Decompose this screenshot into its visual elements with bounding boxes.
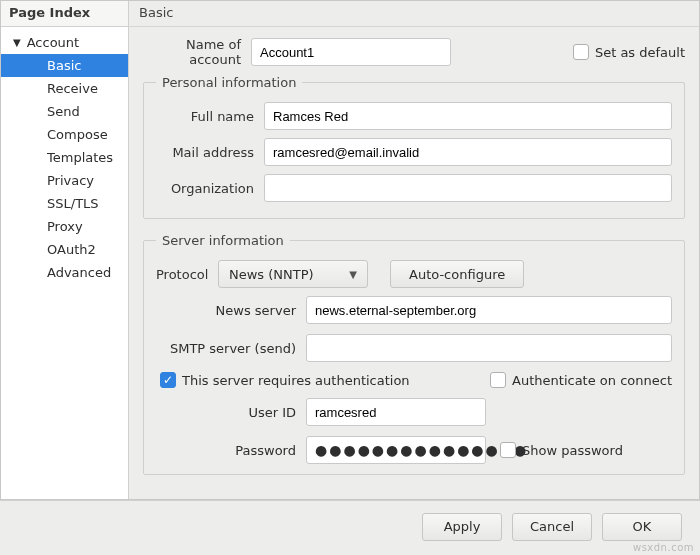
sidebar: Page Index ▼ Account BasicReceiveSendCom…	[1, 1, 129, 499]
requires-auth-label: This server requires authentication	[182, 373, 410, 388]
set-default-label: Set as default	[595, 45, 685, 60]
auth-on-connect-label: Authenticate on connect	[512, 373, 672, 388]
mail-address-input[interactable]	[264, 138, 672, 166]
apply-button[interactable]: Apply	[422, 513, 502, 541]
label-protocol: Protocol	[156, 267, 218, 282]
sidebar-item-privacy[interactable]: Privacy	[1, 169, 128, 192]
checkbox-icon	[500, 442, 516, 458]
sidebar-item-basic[interactable]: Basic	[1, 54, 128, 77]
sidebar-item-send[interactable]: Send	[1, 100, 128, 123]
sidebar-item-ssl-tls[interactable]: SSL/TLS	[1, 192, 128, 215]
label-account-name: Name of account	[143, 37, 251, 67]
personal-info-group: Personal information Full name Mail addr…	[143, 75, 685, 219]
smtp-server-input[interactable]	[306, 334, 672, 362]
organization-input[interactable]	[264, 174, 672, 202]
label-user-id: User ID	[156, 405, 306, 420]
server-info-group: Server information Protocol News (NNTP) …	[143, 233, 685, 475]
show-password-label: Show password	[522, 443, 623, 458]
sidebar-item-oauth2[interactable]: OAuth2	[1, 238, 128, 261]
cancel-button[interactable]: Cancel	[512, 513, 592, 541]
sidebar-item-proxy[interactable]: Proxy	[1, 215, 128, 238]
dialog-button-bar: Apply Cancel OK	[0, 500, 700, 552]
protocol-dropdown[interactable]: News (NNTP) ▼	[218, 260, 368, 288]
show-password-checkbox[interactable]: Show password	[500, 442, 623, 458]
full-name-input[interactable]	[264, 102, 672, 130]
sidebar-item-advanced[interactable]: Advanced	[1, 261, 128, 284]
set-default-checkbox[interactable]: Set as default	[573, 44, 685, 60]
tree-root-label: Account	[27, 35, 80, 50]
label-password: Password	[156, 443, 306, 458]
ok-button[interactable]: OK	[602, 513, 682, 541]
label-organization: Organization	[156, 181, 264, 196]
checkbox-icon	[573, 44, 589, 60]
sidebar-tree: ▼ Account BasicReceiveSendComposeTemplat…	[1, 27, 128, 499]
auth-on-connect-checkbox[interactable]: Authenticate on connect	[490, 372, 672, 388]
checkbox-icon	[490, 372, 506, 388]
chevron-down-icon: ▼	[13, 37, 21, 48]
chevron-down-icon: ▼	[349, 269, 357, 280]
sidebar-header: Page Index	[1, 1, 128, 27]
label-news-server: News server	[156, 303, 306, 318]
account-name-input[interactable]	[251, 38, 451, 66]
user-id-input[interactable]	[306, 398, 486, 426]
tree-root-account[interactable]: ▼ Account	[1, 31, 128, 54]
news-server-input[interactable]	[306, 296, 672, 324]
panel-body: Name of account Set as default Personal …	[129, 27, 699, 499]
password-input[interactable]: ●●●●●●●●●●●●●●●	[306, 436, 486, 464]
panel-title: Basic	[129, 1, 699, 27]
watermark: wsxdn.com	[633, 542, 694, 553]
sidebar-item-templates[interactable]: Templates	[1, 146, 128, 169]
label-mail-address: Mail address	[156, 145, 264, 160]
requires-auth-checkbox[interactable]: ✓ This server requires authentication	[160, 372, 410, 388]
server-info-legend: Server information	[156, 233, 290, 248]
personal-info-legend: Personal information	[156, 75, 302, 90]
label-full-name: Full name	[156, 109, 264, 124]
label-smtp-server: SMTP server (send)	[156, 341, 306, 356]
main-panel: Basic Name of account Set as default Per…	[129, 1, 699, 499]
sidebar-item-receive[interactable]: Receive	[1, 77, 128, 100]
auto-configure-button[interactable]: Auto-configure	[390, 260, 524, 288]
sidebar-item-compose[interactable]: Compose	[1, 123, 128, 146]
row-account-name: Name of account Set as default	[143, 37, 685, 67]
preferences-window: Page Index ▼ Account BasicReceiveSendCom…	[0, 0, 700, 500]
protocol-value: News (NNTP)	[229, 267, 314, 282]
checkbox-checked-icon: ✓	[160, 372, 176, 388]
